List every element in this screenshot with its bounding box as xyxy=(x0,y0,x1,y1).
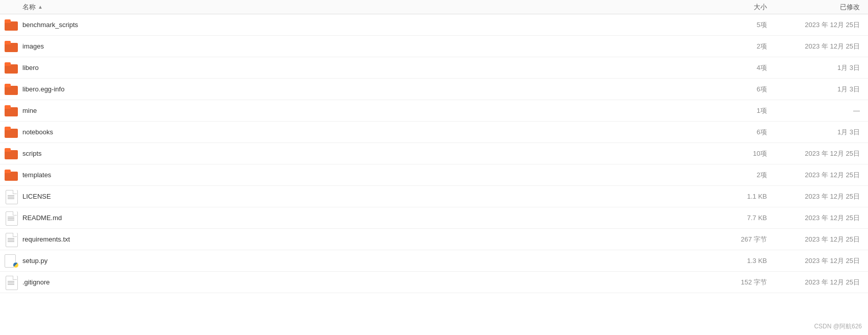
file-size: 1.3 KB xyxy=(721,257,782,265)
header-name[interactable]: 名称 ▲ xyxy=(22,3,721,12)
file-name: LICENSE xyxy=(22,193,721,200)
sort-arrow-icon: ▲ xyxy=(38,4,43,10)
file-modified: 2023 年 12月 25日 xyxy=(782,42,864,51)
document-icon xyxy=(4,275,18,290)
file-size: 10项 xyxy=(721,149,782,158)
file-size: 5项 xyxy=(721,20,782,30)
table-row[interactable]: libero.egg-info 6项 1月 3日 xyxy=(0,79,868,100)
file-name: mine xyxy=(22,107,721,114)
file-modified: 1月 3日 xyxy=(782,128,864,137)
table-row[interactable]: images 2项 2023 年 12月 25日 xyxy=(0,36,868,57)
file-name: templates xyxy=(22,171,721,179)
file-name: libero.egg-info xyxy=(22,85,721,93)
python-file-icon xyxy=(4,254,18,268)
folder-icon xyxy=(4,168,18,182)
document-icon xyxy=(4,232,18,247)
file-modified: — xyxy=(782,107,864,114)
folder-icon xyxy=(4,39,18,54)
table-header: 名称 ▲ 大小 已修改 xyxy=(0,0,868,14)
table-row[interactable]: requirements.txt 267 字节 2023 年 12月 25日 xyxy=(0,229,868,250)
folder-icon xyxy=(4,82,18,97)
folder-icon xyxy=(4,104,18,118)
header-modified[interactable]: 已修改 xyxy=(782,3,864,12)
file-size: 6项 xyxy=(721,85,782,94)
file-modified: 2023 年 12月 25日 xyxy=(782,278,864,287)
table-row[interactable]: .gitignore 152 字节 2023 年 12月 25日 xyxy=(0,272,868,293)
table-row[interactable]: notebooks 6项 1月 3日 xyxy=(0,122,868,143)
file-size: 152 字节 xyxy=(721,278,782,287)
file-name: .gitignore xyxy=(22,278,721,286)
table-row[interactable]: README.md 7.7 KB 2023 年 12月 25日 xyxy=(0,207,868,229)
file-modified: 2023 年 12月 25日 xyxy=(782,235,864,244)
file-modified: 2023 年 12月 25日 xyxy=(782,171,864,180)
file-modified: 2023 年 12月 25日 xyxy=(782,213,864,223)
folder-icon xyxy=(4,18,18,32)
file-modified: 1月 3日 xyxy=(782,63,864,73)
file-browser: 名称 ▲ 大小 已修改 benchmark_scripts 5项 2023 年 … xyxy=(0,0,868,293)
file-name: benchmark_scripts xyxy=(22,21,721,29)
file-size: 6项 xyxy=(721,128,782,137)
folder-icon xyxy=(4,61,18,75)
file-name: libero xyxy=(22,64,721,71)
file-size: 2项 xyxy=(721,42,782,51)
file-size: 4项 xyxy=(721,63,782,73)
table-row[interactable]: mine 1项 — xyxy=(0,100,868,122)
file-name: requirements.txt xyxy=(22,235,721,243)
file-size: 1项 xyxy=(721,106,782,115)
file-name: README.md xyxy=(22,214,721,222)
file-modified: 2023 年 12月 25日 xyxy=(782,20,864,30)
file-modified: 2023 年 12月 25日 xyxy=(782,256,864,266)
header-name-label: 名称 xyxy=(22,3,36,12)
table-row[interactable]: LICENSE 1.1 KB 2023 年 12月 25日 xyxy=(0,186,868,207)
file-modified: 2023 年 12月 25日 xyxy=(782,149,864,158)
file-name: setup.py xyxy=(22,257,721,265)
document-icon xyxy=(4,211,18,225)
file-size: 2项 xyxy=(721,171,782,180)
table-row[interactable]: setup.py 1.3 KB 2023 年 12月 25日 xyxy=(0,250,868,272)
file-modified: 2023 年 12月 25日 xyxy=(782,192,864,201)
folder-icon xyxy=(4,125,18,139)
file-modified: 1月 3日 xyxy=(782,85,864,94)
header-icon-spacer xyxy=(4,0,18,14)
folder-icon xyxy=(4,147,18,161)
table-row[interactable]: libero 4项 1月 3日 xyxy=(0,57,868,79)
table-row[interactable]: scripts 10项 2023 年 12月 25日 xyxy=(0,143,868,164)
file-name: scripts xyxy=(22,150,721,157)
file-name: images xyxy=(22,42,721,50)
file-size: 1.1 KB xyxy=(721,193,782,200)
table-row[interactable]: templates 2项 2023 年 12月 25日 xyxy=(0,164,868,186)
watermark: CSDN @阿航626 xyxy=(814,322,862,331)
table-row[interactable]: benchmark_scripts 5项 2023 年 12月 25日 xyxy=(0,14,868,36)
file-name: notebooks xyxy=(22,128,721,136)
file-list: benchmark_scripts 5项 2023 年 12月 25日 imag… xyxy=(0,14,868,293)
file-size: 267 字节 xyxy=(721,235,782,244)
file-size: 7.7 KB xyxy=(721,214,782,222)
document-icon xyxy=(4,189,18,204)
header-size[interactable]: 大小 xyxy=(721,3,782,12)
